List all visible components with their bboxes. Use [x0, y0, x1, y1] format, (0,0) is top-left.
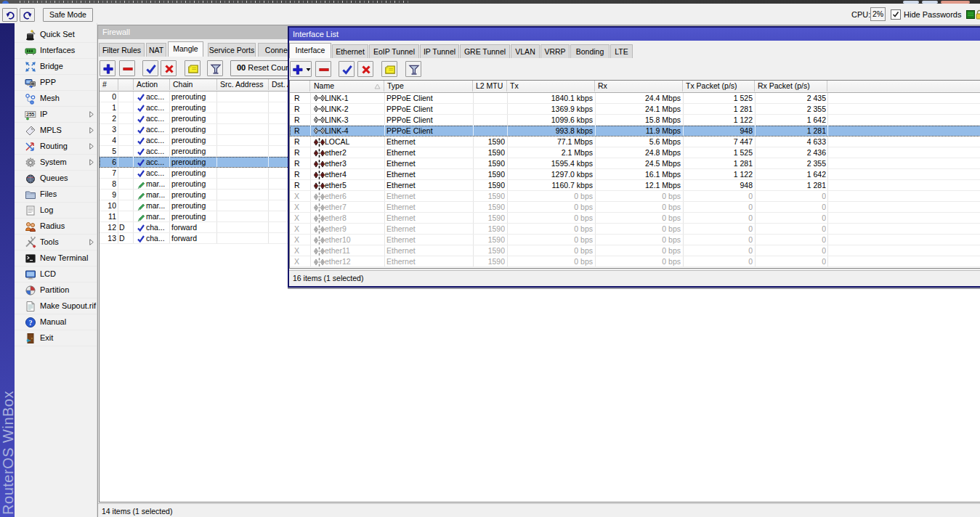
svg-text:?: ?: [29, 318, 33, 326]
svg-text:255: 255: [26, 112, 34, 117]
